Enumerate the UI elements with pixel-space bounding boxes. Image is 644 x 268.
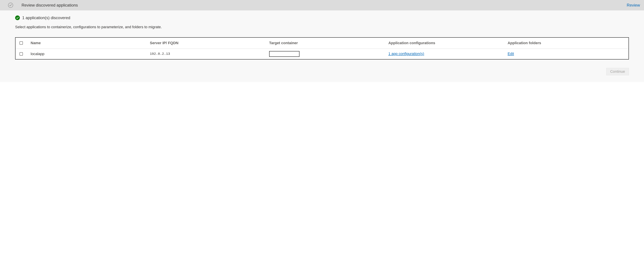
target-container-input[interactable] [269, 51, 300, 57]
app-name: localapp [30, 52, 148, 56]
footer: Continue [15, 68, 629, 75]
row-select-checkbox[interactable] [20, 52, 23, 56]
col-folders: Application folders [508, 41, 625, 45]
applications-table: Name Server IP/ FQDN Target container Ap… [15, 37, 629, 59]
edit-folders-link[interactable]: Edit [508, 51, 514, 56]
success-icon [15, 15, 20, 20]
step-header: Review discovered applications Review [0, 0, 644, 10]
review-link[interactable]: Review [627, 3, 640, 7]
continue-button[interactable]: Continue [606, 68, 629, 75]
step-complete-icon [8, 3, 13, 8]
discovery-status: 1 application(s) discovered [15, 15, 629, 20]
table-row: localapp 192.0.2.13 1 app configuration(… [16, 49, 628, 59]
step-content: 1 application(s) discovered Select appli… [0, 10, 644, 82]
app-configurations-link[interactable]: 1 app configuration(s) [388, 51, 424, 56]
instruction-text: Select applications to containerize, con… [15, 25, 629, 29]
wizard-panel: Review discovered applications Review 1 … [0, 0, 644, 82]
discovery-status-text: 1 application(s) discovered [22, 15, 70, 20]
col-name: Name [30, 41, 148, 45]
server-ip: 192.0.2.13 [150, 52, 268, 56]
table-header-row: Name Server IP/ FQDN Target container Ap… [16, 38, 628, 49]
step-title: Review discovered applications [22, 3, 618, 7]
select-all-checkbox[interactable] [20, 41, 23, 45]
col-target: Target container [269, 41, 387, 45]
col-configs: Application configurations [388, 41, 506, 45]
col-server: Server IP/ FQDN [150, 41, 268, 45]
